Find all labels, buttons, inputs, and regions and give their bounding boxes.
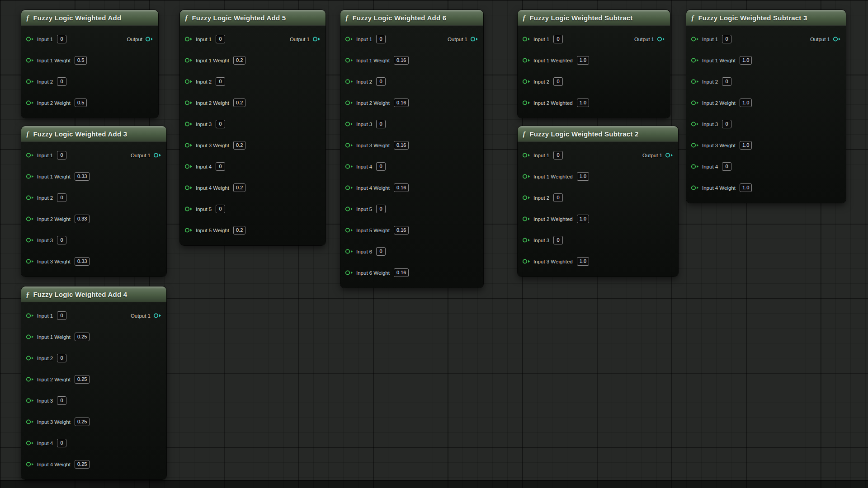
pin-value-input[interactable]: 0	[376, 120, 386, 128]
pin-value-input[interactable]: 0	[376, 162, 386, 171]
node-title-bar[interactable]: ƒ Fuzzy Logic Weighted Subtract 3	[686, 10, 846, 26]
input-pin[interactable]	[184, 100, 193, 106]
pin-value-input[interactable]: 0	[376, 77, 386, 86]
input-pin[interactable]	[184, 185, 193, 191]
pin-value-input[interactable]: 0.33	[75, 257, 90, 266]
pin-value-input[interactable]: 0	[553, 35, 563, 43]
output-pin[interactable]	[153, 152, 162, 158]
output-pin[interactable]	[145, 36, 154, 42]
node-title-bar[interactable]: ƒ Fuzzy Logic Weighted Add	[21, 10, 158, 26]
input-pin[interactable]	[26, 36, 34, 42]
input-pin[interactable]	[522, 195, 531, 201]
input-pin[interactable]	[184, 206, 193, 212]
blueprint-node[interactable]: ƒ Fuzzy Logic Weighted Subtract 3 Input …	[686, 10, 846, 203]
input-pin[interactable]	[26, 237, 34, 243]
pin-value-input[interactable]: 0	[216, 77, 225, 86]
pin-value-input[interactable]: 0	[57, 193, 66, 202]
input-pin[interactable]	[184, 36, 193, 42]
input-pin[interactable]	[345, 227, 354, 233]
pin-value-input[interactable]: 0	[722, 162, 731, 171]
pin-value-input[interactable]: 0.2	[233, 99, 245, 107]
blueprint-graph-canvas[interactable]: ƒ Fuzzy Logic Weighted Add Input 1 0 Out…	[0, 0, 868, 488]
input-pin[interactable]	[26, 419, 34, 425]
pin-value-input[interactable]: 0	[57, 439, 66, 447]
pin-value-input[interactable]: 1.0	[577, 56, 589, 65]
pin-value-input[interactable]: 0.5	[75, 56, 87, 65]
input-pin[interactable]	[184, 79, 193, 84]
output-pin[interactable]	[312, 36, 321, 42]
output-pin[interactable]	[153, 313, 162, 319]
input-pin[interactable]	[522, 79, 531, 84]
pin-value-input[interactable]: 0	[57, 354, 66, 362]
pin-value-input[interactable]: 0	[57, 77, 66, 86]
input-pin[interactable]	[345, 142, 354, 148]
output-pin[interactable]	[470, 36, 479, 42]
pin-value-input[interactable]: 0.16	[394, 99, 409, 107]
pin-value-input[interactable]: 0.16	[394, 56, 409, 65]
input-pin[interactable]	[691, 100, 699, 106]
input-pin[interactable]	[522, 258, 531, 264]
pin-value-input[interactable]: 0	[553, 151, 563, 160]
input-pin[interactable]	[184, 57, 193, 63]
pin-value-input[interactable]: 0.16	[394, 268, 409, 277]
pin-value-input[interactable]: 1.0	[740, 56, 752, 65]
output-pin[interactable]	[833, 36, 841, 42]
input-pin[interactable]	[26, 100, 34, 106]
input-pin[interactable]	[184, 121, 193, 127]
pin-value-input[interactable]: 0.33	[75, 215, 90, 223]
input-pin[interactable]	[345, 270, 354, 276]
blueprint-node[interactable]: ƒ Fuzzy Logic Weighted Add Input 1 0 Out…	[21, 10, 158, 118]
input-pin[interactable]	[345, 249, 354, 254]
output-pin[interactable]	[657, 36, 665, 42]
input-pin[interactable]	[522, 237, 531, 243]
input-pin[interactable]	[345, 164, 354, 169]
pin-value-input[interactable]: 0.16	[394, 141, 409, 150]
pin-value-input[interactable]: 0	[553, 236, 563, 244]
node-title-bar[interactable]: ƒ Fuzzy Logic Weighted Subtract 2	[518, 126, 678, 142]
node-title-bar[interactable]: ƒ Fuzzy Logic Weighted Add 6	[340, 10, 483, 26]
input-pin[interactable]	[522, 216, 531, 222]
input-pin[interactable]	[26, 195, 34, 201]
pin-value-input[interactable]: 0.2	[233, 56, 245, 65]
pin-value-input[interactable]: 0	[722, 35, 731, 43]
input-pin[interactable]	[345, 79, 354, 84]
input-pin[interactable]	[26, 461, 34, 467]
input-pin[interactable]	[184, 164, 193, 169]
pin-value-input[interactable]: 0.16	[394, 183, 409, 192]
pin-value-input[interactable]: 0.2	[233, 141, 245, 150]
pin-value-input[interactable]: 0.2	[233, 226, 245, 235]
pin-value-input[interactable]: 0	[376, 247, 386, 256]
input-pin[interactable]	[345, 100, 354, 106]
input-pin[interactable]	[26, 376, 34, 382]
input-pin[interactable]	[26, 258, 34, 264]
input-pin[interactable]	[26, 355, 34, 361]
input-pin[interactable]	[184, 142, 193, 148]
pin-value-input[interactable]: 0	[57, 396, 66, 405]
input-pin[interactable]	[345, 185, 354, 191]
pin-value-input[interactable]: 0	[57, 151, 66, 160]
pin-value-input[interactable]: 0	[722, 120, 731, 128]
input-pin[interactable]	[691, 79, 699, 84]
input-pin[interactable]	[345, 57, 354, 63]
input-pin[interactable]	[522, 36, 531, 42]
node-title-bar[interactable]: ƒ Fuzzy Logic Weighted Add 4	[21, 286, 166, 302]
pin-value-input[interactable]: 0	[216, 120, 225, 128]
node-title-bar[interactable]: ƒ Fuzzy Logic Weighted Subtract	[518, 10, 670, 26]
pin-value-input[interactable]: 0.16	[394, 226, 409, 235]
pin-value-input[interactable]: 1.0	[577, 99, 589, 107]
pin-value-input[interactable]: 0.25	[75, 333, 90, 341]
pin-value-input[interactable]: 0	[57, 35, 66, 43]
pin-value-input[interactable]: 0	[216, 162, 225, 171]
input-pin[interactable]	[691, 185, 699, 191]
node-title-bar[interactable]: ƒ Fuzzy Logic Weighted Add 5	[180, 10, 326, 26]
blueprint-node[interactable]: ƒ Fuzzy Logic Weighted Subtract Input 1 …	[518, 10, 670, 118]
blueprint-node[interactable]: ƒ Fuzzy Logic Weighted Add 4 Input 1 0 O…	[21, 286, 166, 479]
input-pin[interactable]	[26, 57, 34, 63]
blueprint-node[interactable]: ƒ Fuzzy Logic Weighted Subtract 2 Input …	[518, 126, 678, 277]
input-pin[interactable]	[345, 36, 354, 42]
input-pin[interactable]	[26, 79, 34, 84]
input-pin[interactable]	[26, 440, 34, 446]
output-pin[interactable]	[665, 152, 674, 158]
input-pin[interactable]	[26, 313, 34, 319]
pin-value-input[interactable]: 0	[57, 236, 66, 244]
